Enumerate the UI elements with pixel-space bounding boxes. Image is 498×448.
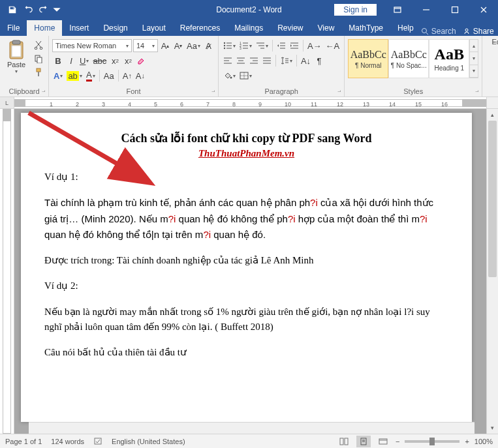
shrink-font-button[interactable]: A▾	[172, 39, 184, 52]
style-preview: AaB	[435, 46, 464, 63]
grow-font-button[interactable]: A▴	[159, 39, 171, 52]
sort-button[interactable]: A↓	[300, 54, 312, 67]
cut-button[interactable]	[32, 39, 45, 51]
zoom-out-button[interactable]: −	[396, 438, 399, 445]
view-print-icon[interactable]	[356, 436, 371, 447]
change-case-button[interactable]: Aa	[185, 39, 202, 52]
horizontal-scrollbar[interactable]	[29, 422, 475, 434]
strike-button[interactable]: abc	[91, 54, 108, 67]
svg-point-20	[224, 45, 225, 46]
format-painter-button[interactable]	[32, 67, 45, 78]
line-spacing-button[interactable]	[279, 54, 294, 67]
copy-icon	[34, 54, 43, 63]
clipboard-label: Clipboard	[3, 86, 45, 97]
tab-review[interactable]: Review	[270, 20, 310, 36]
view-web-icon[interactable]	[376, 436, 390, 447]
tab-selector[interactable]: L	[0, 97, 14, 108]
show-marks-button[interactable]: ¶	[313, 54, 325, 67]
ruler-horizontal[interactable]: L 1234567891011121314151617	[0, 97, 498, 109]
minimize-icon[interactable]	[412, 0, 441, 19]
close-icon[interactable]	[469, 0, 498, 19]
outdent-button[interactable]	[275, 39, 287, 52]
editing-button[interactable]: Editing ▾	[486, 38, 498, 52]
tab-home[interactable]: Home	[27, 20, 62, 36]
ribbon-tabs: File Home Insert Design Layout Reference…	[0, 19, 498, 36]
highlight-button[interactable]: ab	[65, 69, 83, 82]
bold-button[interactable]: B	[52, 54, 64, 67]
ruler-vertical[interactable]	[0, 109, 14, 434]
char-shading-button[interactable]: Aa	[102, 69, 116, 82]
paste-button[interactable]: Paste ▾	[3, 38, 29, 86]
zoom-value[interactable]: 100%	[475, 438, 493, 445]
status-proof-icon[interactable]	[93, 436, 102, 447]
text-effects-A-button[interactable]: A	[52, 69, 64, 82]
rtl-button[interactable]: ←A	[324, 39, 341, 52]
tab-mathtype[interactable]: MathType	[341, 20, 390, 36]
vertical-scrollbar[interactable]: ▴ ▾	[486, 109, 498, 434]
tab-file[interactable]: File	[0, 20, 27, 36]
tab-design[interactable]: Design	[96, 20, 134, 36]
shading-button[interactable]	[222, 69, 237, 82]
doc-p3: Được trích trong: Tài chính doanh nghiệp…	[44, 253, 448, 268]
share-button[interactable]: Share	[463, 27, 494, 36]
styles-down-icon[interactable]: ▾	[470, 52, 478, 65]
qat-more-icon[interactable]	[52, 3, 61, 17]
status-page[interactable]: Page 1 of 1	[5, 438, 42, 445]
scroll-up-icon[interactable]: ▴	[487, 109, 498, 121]
align-left-button[interactable]	[222, 54, 234, 67]
status-words[interactable]: 124 words	[51, 438, 84, 445]
styles-more-icon[interactable]: ▾	[470, 65, 478, 78]
svg-rect-64	[379, 439, 387, 444]
ltr-button[interactable]: A→	[306, 39, 323, 52]
multilevel-button[interactable]	[255, 39, 270, 52]
title-bar: Document2 - Word Sign in	[0, 0, 498, 19]
font-name-combo[interactable]: Times New Roman▾	[52, 39, 132, 52]
scroll-down-icon[interactable]: ▾	[487, 422, 498, 434]
enclose-button[interactable]: A↑	[121, 69, 133, 82]
tab-view[interactable]: View	[311, 20, 342, 36]
superscript-button[interactable]: x2	[122, 54, 134, 67]
style-no-spacing[interactable]: AaBbCc ¶ No Spac...	[388, 39, 429, 78]
borders-button[interactable]	[238, 69, 253, 82]
scroll-thumb[interactable]	[488, 121, 497, 277]
tab-mailings[interactable]: Mailings	[227, 20, 270, 36]
style-heading1[interactable]: AaB Heading 1	[429, 39, 469, 78]
view-read-icon[interactable]	[337, 436, 351, 447]
bullets-button[interactable]	[222, 39, 237, 52]
underline-button[interactable]: U	[78, 54, 90, 67]
indent-button[interactable]	[288, 39, 300, 52]
ribbon-display-icon[interactable]	[383, 0, 412, 19]
subscript-button[interactable]: x2	[109, 54, 121, 67]
styles-scroll[interactable]: ▴ ▾ ▾	[469, 39, 478, 78]
tab-references[interactable]: References	[173, 20, 227, 36]
brush-icon	[34, 68, 43, 77]
redo-icon[interactable]	[37, 3, 51, 17]
style-normal[interactable]: AaBbCc ¶ Normal	[348, 39, 388, 78]
clear-format-button[interactable]: A̷	[203, 39, 215, 52]
undo-icon[interactable]	[21, 3, 35, 17]
justify-button[interactable]	[261, 54, 273, 67]
zoom-in-button[interactable]: +	[465, 438, 469, 445]
tab-insert[interactable]: Insert	[62, 20, 96, 36]
text-effects-button[interactable]	[135, 54, 147, 67]
font-size-combo[interactable]: 14▾	[133, 39, 158, 52]
zoom-slider[interactable]	[405, 440, 459, 443]
italic-button[interactable]: I	[65, 54, 77, 67]
shrink-button2[interactable]: A↓	[134, 69, 146, 82]
align-right-button[interactable]	[248, 54, 260, 67]
search-box[interactable]: Search	[421, 27, 456, 36]
numbering-button[interactable]: 123	[238, 39, 253, 52]
styles-up-icon[interactable]: ▴	[470, 40, 478, 52]
maximize-icon[interactable]	[441, 0, 469, 19]
align-center-button[interactable]	[235, 54, 247, 67]
sign-in-button[interactable]: Sign in	[334, 4, 377, 16]
tab-help[interactable]: Help	[390, 20, 421, 36]
font-label: Font	[52, 86, 215, 97]
save-icon[interactable]	[5, 3, 20, 17]
copy-button[interactable]	[32, 53, 45, 65]
tab-layout[interactable]: Layout	[135, 20, 173, 36]
doc-p5: Nếu bạn là người may mắn nhất trong số 1…	[44, 305, 448, 335]
status-lang[interactable]: English (United States)	[112, 438, 185, 445]
font-color-button[interactable]: A	[85, 69, 97, 82]
page[interactable]: Cách sửa lỗi font chữ khi copy từ PDF sa…	[21, 113, 472, 422]
